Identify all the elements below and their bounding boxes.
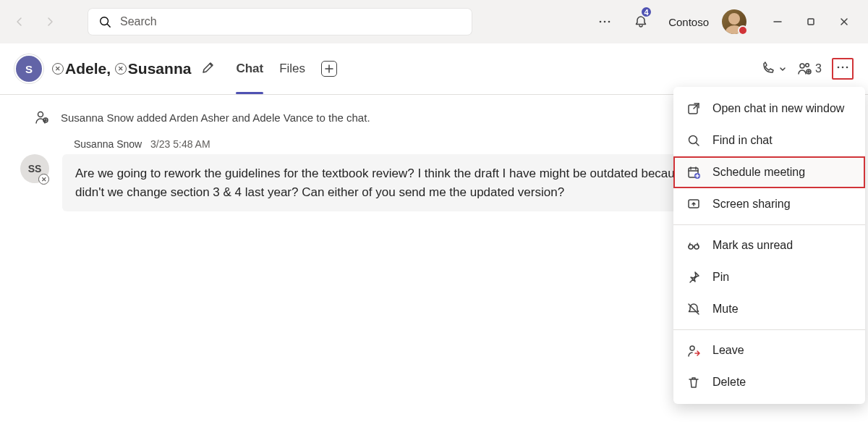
- notification-badge: 4: [640, 6, 652, 18]
- search-icon: [686, 133, 701, 148]
- svg-rect-4: [808, 19, 814, 25]
- call-button[interactable]: [760, 62, 786, 76]
- external-badge-icon: ✕: [38, 174, 49, 185]
- rename-chat-button[interactable]: [201, 60, 216, 77]
- search-icon: [98, 15, 111, 28]
- user-avatar[interactable]: [722, 9, 746, 34]
- glasses-icon: [686, 238, 701, 253]
- tab-chat[interactable]: Chat: [236, 43, 263, 94]
- svg-point-5: [800, 64, 804, 68]
- close-window-button[interactable]: [827, 7, 861, 36]
- more-options-button[interactable]: [832, 58, 854, 80]
- pin-icon: [686, 270, 701, 284]
- svg-point-8: [838, 67, 840, 69]
- menu-leave[interactable]: Leave: [673, 334, 865, 366]
- chat-avatar[interactable]: S: [14, 54, 43, 83]
- chat-title[interactable]: ✕Adele, ✕Susanna: [52, 60, 191, 77]
- maximize-button[interactable]: [794, 7, 827, 36]
- phone-icon: [760, 62, 775, 76]
- org-name[interactable]: Contoso: [663, 16, 715, 28]
- people-add-icon: [796, 61, 812, 77]
- participants-button[interactable]: 3: [796, 61, 822, 77]
- svg-point-11: [38, 112, 43, 117]
- svg-point-20: [690, 346, 694, 350]
- svg-point-6: [806, 64, 809, 67]
- title-bar: Search 4 Contoso: [0, 0, 868, 43]
- external-badge-icon: ✕: [52, 63, 64, 75]
- plus-icon: [325, 64, 333, 73]
- tab-files[interactable]: Files: [279, 43, 305, 94]
- chat-tabs: Chat Files: [236, 43, 337, 94]
- menu-pin[interactable]: Pin: [673, 261, 865, 293]
- external-badge-icon: ✕: [115, 63, 127, 75]
- presence-dot-icon: [738, 25, 748, 35]
- message-timestamp: 3/23 5:48 AM: [150, 138, 210, 150]
- message-bubble[interactable]: Are we going to rework the guidelines fo…: [62, 154, 728, 211]
- add-tab-button[interactable]: [321, 61, 337, 77]
- screen-share-icon: [686, 197, 701, 211]
- svg-point-10: [846, 67, 848, 69]
- chat-header-actions: 3: [760, 58, 854, 80]
- svg-point-0: [101, 17, 109, 25]
- svg-point-2: [604, 21, 606, 23]
- svg-point-9: [842, 67, 844, 69]
- nav-forward-button[interactable]: [38, 9, 62, 34]
- minimize-button[interactable]: [761, 7, 794, 36]
- participants-count: 3: [815, 62, 822, 75]
- svg-point-1: [600, 21, 602, 23]
- svg-point-3: [608, 21, 610, 23]
- menu-mute[interactable]: Mute: [673, 293, 865, 325]
- menu-separator: [673, 329, 865, 330]
- notifications-button[interactable]: 4: [626, 7, 655, 36]
- more-options-menu: Open chat in new window Find in chat Sch…: [673, 87, 865, 404]
- more-icon: [836, 61, 849, 74]
- chevron-down-icon: [779, 65, 786, 72]
- menu-open-new-window[interactable]: Open chat in new window: [673, 93, 865, 125]
- popout-icon: [686, 101, 701, 116]
- more-apps-button[interactable]: [590, 7, 619, 36]
- bell-off-icon: [686, 302, 701, 316]
- leave-icon: [686, 343, 701, 358]
- search-placeholder: Search: [120, 15, 157, 28]
- title-bar-right: 4 Contoso: [590, 7, 861, 36]
- pencil-icon: [201, 60, 216, 75]
- menu-mark-unread[interactable]: Mark as unread: [673, 229, 865, 261]
- message-author: Susanna Snow: [74, 138, 142, 150]
- menu-screen-sharing[interactable]: Screen sharing: [673, 188, 865, 220]
- calendar-add-icon: [686, 165, 701, 180]
- menu-separator: [673, 224, 865, 225]
- menu-find-in-chat[interactable]: Find in chat: [673, 125, 865, 156]
- menu-schedule-meeting[interactable]: Schedule meeting: [673, 156, 865, 188]
- person-add-icon: [33, 109, 49, 125]
- search-input[interactable]: Search: [88, 9, 472, 35]
- menu-delete[interactable]: Delete: [673, 366, 865, 398]
- message-author-avatar[interactable]: SS ✕: [20, 154, 49, 183]
- system-message-text: Susanna Snow added Arden Asher and Adele…: [61, 111, 370, 124]
- nav-back-button[interactable]: [7, 9, 32, 34]
- trash-icon: [686, 375, 701, 389]
- svg-point-14: [689, 136, 697, 144]
